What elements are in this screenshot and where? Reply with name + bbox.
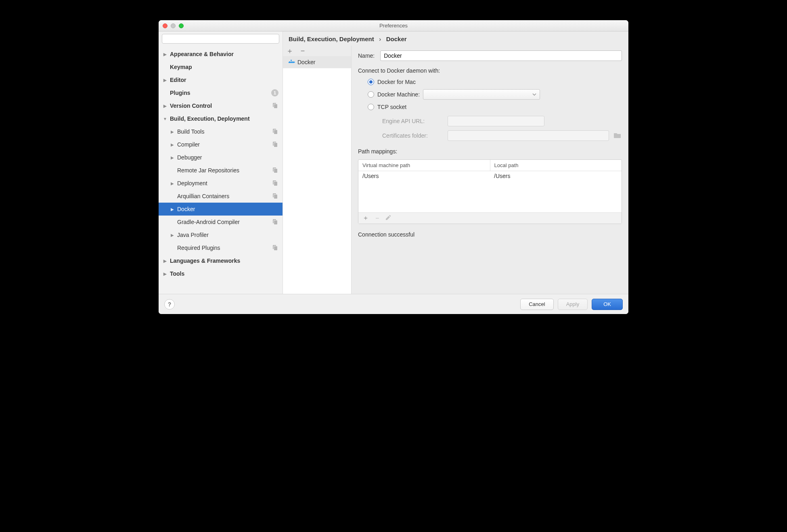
sidebar-item-build-tools[interactable]: ▶Build Tools xyxy=(159,125,283,138)
sidebar-item-label: Editor xyxy=(170,77,186,83)
table-toolbar: ＋ − xyxy=(358,212,622,224)
chevron-right-icon: ▶ xyxy=(163,52,167,57)
chevron-right-icon: ▶ xyxy=(170,142,175,147)
radio-icon xyxy=(368,79,374,85)
docker-machine-select[interactable] xyxy=(423,89,540,100)
search-box xyxy=(162,34,279,44)
docker-form: Name: Connect to Docker daemon with: Doc… xyxy=(352,46,628,294)
window-title: Preferences xyxy=(159,23,628,29)
add-server-button[interactable]: ＋ xyxy=(286,47,293,54)
sidebar-item-label: Version Control xyxy=(170,103,212,109)
chevron-down-icon: ▼ xyxy=(163,117,167,121)
sidebar-item-debugger[interactable]: ▶Debugger xyxy=(159,151,283,164)
connection-status: Connection successful xyxy=(358,231,622,238)
sidebar-item-label: Languages & Frameworks xyxy=(170,258,240,264)
chevron-right-icon: ▶ xyxy=(170,181,175,186)
sidebar-item-arquillian-containers[interactable]: Arquillian Containers xyxy=(159,190,283,203)
sidebar-item-required-plugins[interactable]: Required Plugins xyxy=(159,241,283,254)
sidebar-item-label: Gradle-Android Compiler xyxy=(177,219,240,225)
sidebar-item-java-profiler[interactable]: ▶Java Profiler xyxy=(159,228,283,241)
radio-docker-machine[interactable]: Docker Machine: xyxy=(368,89,622,100)
sidebar-item-label: Java Profiler xyxy=(177,232,209,238)
cancel-button[interactable]: Cancel xyxy=(520,299,553,310)
sidebar-item-deployment[interactable]: ▶Deployment xyxy=(159,177,283,190)
docker-icon xyxy=(289,59,295,65)
table-row[interactable]: /Users/Users xyxy=(358,171,622,181)
breadcrumb-root: Build, Execution, Deployment xyxy=(289,36,374,42)
sidebar-item-keymap[interactable]: Keymap xyxy=(159,61,283,73)
chevron-right-icon: ▶ xyxy=(163,272,167,276)
chevron-down-icon xyxy=(532,92,536,96)
sidebar-item-docker[interactable]: ▶Docker xyxy=(159,203,283,216)
search-input[interactable] xyxy=(162,34,279,44)
cert-folder-label: Certificates folder: xyxy=(382,132,443,139)
add-mapping-button[interactable]: ＋ xyxy=(362,214,369,222)
sidebar-item-version-control[interactable]: ▶Version Control xyxy=(159,99,283,112)
table-empty-area[interactable] xyxy=(358,181,622,212)
docker-servers-list: ＋ − Docker xyxy=(283,46,352,294)
cell-local-path: /Users xyxy=(490,171,622,181)
sidebar-item-label: Build Tools xyxy=(177,128,204,135)
ok-button[interactable]: OK xyxy=(592,299,623,310)
edit-mapping-button[interactable] xyxy=(385,215,391,222)
chevron-right-icon: ▶ xyxy=(170,233,175,237)
radio-label: Docker for Mac xyxy=(377,79,416,85)
column-local-path: Local path xyxy=(490,160,622,171)
radio-icon xyxy=(368,104,374,110)
sidebar-item-remote-jar-repositories[interactable]: Remote Jar Repositories xyxy=(159,164,283,177)
name-input[interactable] xyxy=(380,50,622,61)
help-button[interactable]: ? xyxy=(164,299,175,310)
radio-label: TCP socket xyxy=(377,104,406,110)
sidebar-item-label: Required Plugins xyxy=(177,245,220,251)
sidebar-item-label: Tools xyxy=(170,270,184,277)
project-scope-icon xyxy=(272,128,278,135)
remove-server-button[interactable]: − xyxy=(299,47,306,54)
radio-tcp-socket[interactable]: TCP socket xyxy=(368,104,622,110)
sidebar-item-build-execution-deployment[interactable]: ▼Build, Execution, Deployment xyxy=(159,112,283,125)
sidebar-item-label: Arquillian Containers xyxy=(177,193,229,199)
apply-button[interactable]: Apply xyxy=(558,299,588,310)
titlebar: Preferences xyxy=(159,20,628,31)
chevron-right-icon: ▶ xyxy=(163,78,167,82)
sidebar-item-languages-frameworks[interactable]: ▶Languages & Frameworks xyxy=(159,254,283,267)
radio-label: Docker Machine: xyxy=(377,91,420,98)
list-item[interactable]: Docker xyxy=(283,56,351,68)
sidebar-item-gradle-android-compiler[interactable]: Gradle-Android Compiler xyxy=(159,216,283,228)
list-toolbar: ＋ − xyxy=(283,46,351,56)
breadcrumb-leaf: Docker xyxy=(386,36,407,42)
project-scope-icon xyxy=(272,180,278,186)
project-scope-icon xyxy=(272,167,278,174)
sidebar-item-label: Debugger xyxy=(177,154,202,161)
sidebar-item-label: Appearance & Behavior xyxy=(170,51,234,57)
sidebar-item-label: Compiler xyxy=(177,141,200,148)
project-scope-icon xyxy=(272,141,278,148)
radio-icon xyxy=(368,91,374,98)
folder-browse-icon xyxy=(614,132,621,139)
sidebar-item-tools[interactable]: ▶Tools xyxy=(159,267,283,280)
list-item-label: Docker xyxy=(297,59,315,65)
footer: ? Cancel Apply OK xyxy=(159,294,628,314)
sidebar-item-compiler[interactable]: ▶Compiler xyxy=(159,138,283,151)
chevron-right-icon: ▶ xyxy=(163,259,167,263)
update-count-badge: 1 xyxy=(271,89,278,96)
chevron-right-icon: ▶ xyxy=(170,207,175,212)
sidebar-item-label: Build, Execution, Deployment xyxy=(170,115,250,122)
remove-mapping-button[interactable]: − xyxy=(375,215,379,222)
column-vm-path: Virtual machine path xyxy=(358,160,490,171)
sidebar-item-label: Keymap xyxy=(170,64,192,70)
main-panel: Build, Execution, Deployment › Docker ＋ … xyxy=(283,31,628,294)
name-label: Name: xyxy=(358,52,375,59)
sidebar-item-appearance-behavior[interactable]: ▶Appearance & Behavior xyxy=(159,48,283,61)
radio-docker-for-mac[interactable]: Docker for Mac xyxy=(368,79,622,85)
sidebar-item-label: Plugins xyxy=(170,90,190,96)
sidebar-item-plugins[interactable]: Plugins1 xyxy=(159,86,283,99)
connect-label: Connect to Docker daemon with: xyxy=(358,67,622,74)
chevron-right-icon: ▶ xyxy=(170,155,175,160)
project-scope-icon xyxy=(272,219,278,225)
project-scope-icon xyxy=(272,245,278,251)
sidebar-item-editor[interactable]: ▶Editor xyxy=(159,73,283,86)
breadcrumb-sep: › xyxy=(379,36,381,42)
engine-api-label: Engine API URL: xyxy=(382,118,443,124)
settings-tree[interactable]: ▶Appearance & BehaviorKeymap▶EditorPlugi… xyxy=(159,45,283,294)
project-scope-icon xyxy=(272,103,278,109)
